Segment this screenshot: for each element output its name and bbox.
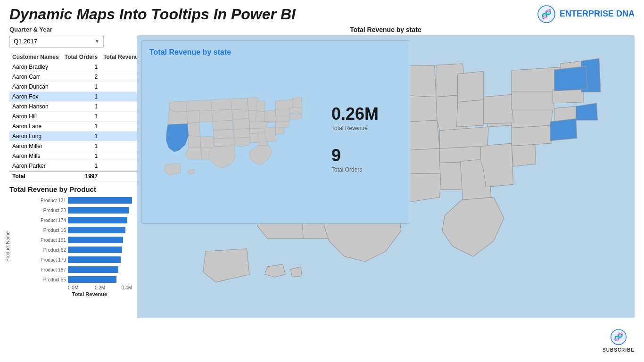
bar-row: Product 131 xyxy=(28,196,132,205)
svg-marker-58 xyxy=(186,100,212,112)
table-row[interactable]: Aaron Lane 1 xyxy=(9,122,155,132)
bar-container xyxy=(68,197,132,204)
filter-section: Quarter & Year Q1 2017 ▼ xyxy=(9,26,132,48)
y-axis-label: Product Name xyxy=(5,231,10,262)
svg-marker-37 xyxy=(457,99,484,127)
bar-fill xyxy=(68,276,116,283)
bar-row: Product 16 xyxy=(28,226,132,234)
dna-icon: 🧬 xyxy=(537,5,556,24)
svg-marker-50 xyxy=(550,119,577,141)
map-container: Total Revenue by state xyxy=(137,35,635,318)
svg-marker-70 xyxy=(231,98,248,110)
subscribe-area[interactable]: 🧬 SUBSCRIBE xyxy=(603,329,635,353)
bar-label: Product 55 xyxy=(28,277,66,282)
x-axis-labels: 0.0M0.2M0.4M xyxy=(68,285,132,290)
table-row[interactable]: Aaron Parker 1 xyxy=(9,161,155,172)
bar-label: Product 174 xyxy=(28,218,66,223)
svg-marker-91 xyxy=(275,99,293,109)
svg-marker-65 xyxy=(212,109,232,121)
table-row[interactable]: Aaron Carr 2 xyxy=(9,72,155,82)
table-row[interactable]: Aaron Miller 1 xyxy=(9,141,155,151)
left-panel: Quarter & Year Q1 2017 ▼ Customer Names … xyxy=(9,26,132,318)
total-orders: 1 xyxy=(62,122,100,132)
bar-container xyxy=(68,207,132,214)
total-orders: 2 xyxy=(62,72,100,82)
total-orders: 1 xyxy=(62,132,100,141)
chart-title: Total Revenue by Product xyxy=(9,185,132,193)
tooltip-content: 0.26M Total Revenue 9 Total Orders xyxy=(149,61,402,216)
bar-label: Product 187 xyxy=(28,267,66,272)
x-axis-tick: 0.0M xyxy=(68,285,78,290)
customer-name: Aaron Duncan xyxy=(9,82,62,92)
total-orders: 1997 xyxy=(62,171,100,181)
tooltip-overlay: Total Revenue by state xyxy=(141,40,410,224)
bar-row: Product 62 xyxy=(28,246,132,254)
svg-text:🧬: 🧬 xyxy=(541,9,552,19)
customer-name: Aaron Mills xyxy=(9,151,62,161)
page-title: Dynamic Maps Into Tooltips In Power BI xyxy=(9,6,296,23)
col-total-orders: Total Orders xyxy=(62,52,100,62)
total-orders: 1 xyxy=(62,92,100,102)
tooltip-title: Total Revenue by state xyxy=(149,48,402,57)
x-axis-title: Total Revenue xyxy=(47,291,132,297)
svg-marker-68 xyxy=(214,138,235,147)
svg-marker-30 xyxy=(481,143,513,187)
svg-marker-59 xyxy=(199,110,213,122)
chart-wrapper: Product Name Product 131 Product 23 Prod… xyxy=(9,196,132,297)
bar-container xyxy=(68,227,132,233)
header: Dynamic Maps Into Tooltips In Power BI 🧬… xyxy=(0,0,644,26)
main-content: Quarter & Year Q1 2017 ▼ Customer Names … xyxy=(0,26,644,318)
filter-label: Quarter & Year xyxy=(9,26,132,33)
bar-container xyxy=(68,217,132,223)
bar-container xyxy=(68,256,132,263)
svg-marker-51 xyxy=(554,66,587,90)
bar-row: Product 179 xyxy=(28,255,132,264)
col-customer-names: Customer Names xyxy=(9,52,62,62)
table-row[interactable]: Aaron Hanson 1 xyxy=(9,102,155,112)
total-orders: 1 xyxy=(62,161,100,172)
chart-section: Total Revenue by Product Product Name Pr… xyxy=(9,185,132,297)
bar-row: Product 55 xyxy=(28,275,132,284)
svg-marker-36 xyxy=(440,127,489,148)
revenue-label: Total Revenue xyxy=(331,125,402,132)
bar-fill xyxy=(68,256,121,263)
customer-name: Aaron Lane xyxy=(9,122,62,132)
table-row[interactable]: Aaron Hill 1 xyxy=(9,112,155,122)
table-row[interactable]: Aaron Mills 1 xyxy=(9,151,155,161)
bar-fill xyxy=(68,207,129,214)
chevron-down-icon: ▼ xyxy=(95,39,99,44)
subscribe-label: SUBSCRIBE xyxy=(603,347,635,353)
svg-marker-41 xyxy=(512,67,561,92)
table-row[interactable]: Aaron Bradley 1 xyxy=(9,62,155,72)
total-orders: 1 xyxy=(62,141,100,151)
total-orders: 1 xyxy=(62,102,100,112)
table-row[interactable]: Aaron Long 1 xyxy=(9,132,155,141)
tooltip-stats: 0.26M Total Revenue 9 Total Orders xyxy=(327,61,402,216)
customer-name: Aaron Bradley xyxy=(9,62,62,72)
bar-container xyxy=(68,237,132,243)
orders-value: 9 xyxy=(331,146,402,165)
customer-name: Aaron Hanson xyxy=(9,102,62,112)
bar-container xyxy=(68,247,132,253)
svg-marker-71 xyxy=(232,109,249,119)
svg-marker-49 xyxy=(576,103,598,120)
customer-table: Customer Names Total Orders Total Revenu… xyxy=(9,52,155,181)
bar-fill xyxy=(68,247,122,253)
total-orders: 1 xyxy=(62,62,100,72)
customer-name: Aaron Carr xyxy=(9,72,62,82)
orders-label: Total Orders xyxy=(331,166,402,173)
table-row[interactable]: Aaron Fox 1 xyxy=(9,92,155,102)
svg-text:🧬: 🧬 xyxy=(614,332,624,342)
svg-marker-74 xyxy=(234,137,250,147)
bar-row: Product 23 xyxy=(28,206,132,214)
bar-label: Product 16 xyxy=(28,228,66,233)
table-row[interactable]: Aaron Duncan 1 xyxy=(9,82,155,92)
filter-dropdown[interactable]: Q1 2017 ▼ xyxy=(9,35,104,48)
svg-marker-62 xyxy=(185,148,202,159)
bar-label: Product 62 xyxy=(28,247,66,253)
customer-name: Aaron Fox xyxy=(9,92,62,102)
svg-marker-38 xyxy=(483,94,513,123)
bar-chart-bars: Product 131 Product 23 Product 174 Produ… xyxy=(28,196,132,284)
tooltip-map xyxy=(149,61,322,216)
total-orders: 1 xyxy=(62,151,100,161)
